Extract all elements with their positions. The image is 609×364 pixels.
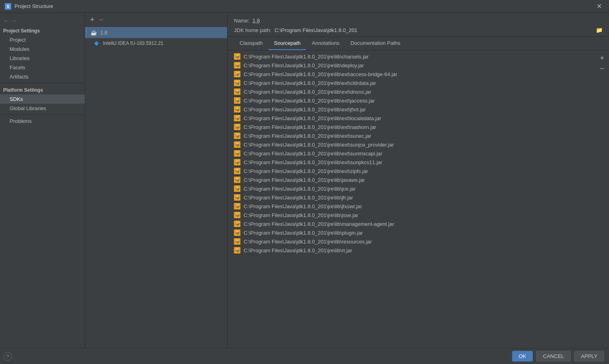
tabs-row: Classpath Sourcepath Annotations Documen…: [228, 37, 609, 50]
sidebar: ← → Project Settings Project Modules Lib…: [0, 13, 85, 348]
forward-arrow[interactable]: →: [11, 18, 17, 24]
file-path: C:\Program Files\Java\jdk1.8.0_201\jre\l…: [244, 159, 382, 165]
file-path: C:\Program Files\Java\jdk1.8.0_201\jre\l…: [244, 230, 363, 236]
sidebar-item-libraries[interactable]: Libraries: [0, 54, 85, 63]
browse-folder-button[interactable]: 📁: [596, 27, 603, 33]
close-button[interactable]: ✕: [594, 2, 604, 11]
sidebar-item-sdks[interactable]: SDKs: [0, 95, 85, 104]
name-value: 1.8: [252, 18, 260, 24]
file-item[interactable]: 📦C:\Program Files\Java\jdk1.8.0_201\jre\…: [228, 131, 609, 140]
app-icon: S: [5, 3, 11, 10]
sidebar-item-global-libraries[interactable]: Global Libraries: [0, 104, 85, 113]
file-path: C:\Program Files\Java\jdk1.8.0_201\jre\l…: [244, 177, 365, 183]
file-path: C:\Program Files\Java\jdk1.8.0_201\jre\l…: [244, 195, 353, 201]
file-item[interactable]: 📦C:\Program Files\Java\jdk1.8.0_201\jre\…: [228, 87, 609, 96]
file-item[interactable]: 📦C:\Program Files\Java\jdk1.8.0_201\jre\…: [228, 158, 609, 167]
file-item[interactable]: 📦C:\Program Files\Java\jdk1.8.0_201\jre\…: [228, 175, 609, 184]
java-icon: ☕: [91, 29, 97, 36]
tab-documentation[interactable]: Documentation Paths: [345, 37, 406, 50]
jar-icon: 📦: [234, 159, 240, 165]
file-item[interactable]: 📦C:\Program Files\Java\jdk1.8.0_201\jre\…: [228, 61, 609, 70]
add-sdk-button[interactable]: +: [89, 15, 96, 24]
title-bar-left: S Project Structure: [5, 3, 53, 10]
ok-button[interactable]: OK: [512, 351, 533, 362]
sdk-version-label: 1.8: [100, 30, 107, 36]
jar-icon: 📦: [234, 71, 240, 77]
file-path: C:\Program Files\Java\jdk1.8.0_201\jre\l…: [244, 133, 371, 139]
window-title: Project Structure: [14, 3, 53, 9]
sidebar-item-problems[interactable]: Problems: [0, 117, 85, 126]
jdk-path-value: C:\Program Files\Java\jdk1.8.0_201: [274, 27, 357, 33]
jdk-path-row: JDK home path: C:\Program Files\Java\jdk…: [234, 27, 603, 33]
file-path: C:\Program Files\Java\jdk1.8.0_201\jre\l…: [244, 124, 376, 130]
help-button[interactable]: ?: [3, 352, 12, 361]
sidebar-item-artifacts[interactable]: Artifacts: [0, 72, 85, 81]
file-item[interactable]: 📦C:\Program Files\Java\jdk1.8.0_201\jre\…: [228, 219, 609, 228]
tab-classpath[interactable]: Classpath: [234, 37, 268, 50]
sdk-sub-label: IntelliJ IDEA IU-183.5912.21: [103, 40, 163, 46]
apply-button[interactable]: APPLY: [574, 351, 604, 362]
file-path: C:\Program Files\Java\jdk1.8.0_201\jre\l…: [244, 239, 372, 245]
sidebar-item-modules[interactable]: Modules: [0, 44, 85, 54]
file-path: C:\Program Files\Java\jdk1.8.0_201\jre\l…: [244, 168, 368, 174]
sdk-toolbar: + −: [85, 13, 227, 27]
jar-icon: 📦: [234, 141, 240, 148]
file-item[interactable]: 📦C:\Program Files\Java\jdk1.8.0_201\jre\…: [228, 167, 609, 175]
file-path: C:\Program Files\Java\jdk1.8.0_201\jre\l…: [244, 186, 356, 192]
file-item[interactable]: 📦C:\Program Files\Java\jdk1.8.0_201\jre\…: [228, 123, 609, 131]
main-container: ← → Project Settings Project Modules Lib…: [0, 13, 609, 348]
sdk-panel: + − ☕ 1.8 🔷 IntelliJ IDEA IU-183.5912.21: [85, 13, 228, 348]
file-path: C:\Program Files\Java\jdk1.8.0_201\jre\l…: [244, 62, 364, 68]
file-item[interactable]: 📦C:\Program Files\Java\jdk1.8.0_201\jre\…: [228, 52, 609, 61]
file-item[interactable]: 📦C:\Program Files\Java\jdk1.8.0_201\jre\…: [228, 70, 609, 78]
file-item[interactable]: 📦C:\Program Files\Java\jdk1.8.0_201\jre\…: [228, 114, 609, 123]
sidebar-divider: [0, 83, 85, 83]
sdk-sub-item-intellij[interactable]: 🔷 IntelliJ IDEA IU-183.5912.21: [85, 38, 227, 48]
file-path: C:\Program Files\Java\jdk1.8.0_201\jre\l…: [244, 142, 394, 148]
remove-sdk-button[interactable]: −: [98, 15, 105, 24]
nav-row: ← →: [0, 16, 85, 26]
file-item[interactable]: 📦C:\Program Files\Java\jdk1.8.0_201\jre\…: [228, 246, 609, 255]
file-item[interactable]: 📦C:\Program Files\Java\jdk1.8.0_201\jre\…: [228, 184, 609, 193]
file-item[interactable]: 📦C:\Program Files\Java\jdk1.8.0_201\jre\…: [228, 140, 609, 149]
title-bar: S Project Structure ✕: [0, 0, 609, 13]
sidebar-item-project[interactable]: Project: [0, 35, 85, 44]
jar-icon: 📦: [234, 133, 240, 139]
detail-header: Name: 1.8 JDK home path: C:\Program File…: [228, 13, 609, 37]
jdk-path-label: JDK home path:: [234, 27, 271, 33]
file-item[interactable]: 📦C:\Program Files\Java\jdk1.8.0_201\jre\…: [228, 193, 609, 202]
tab-sourcepath[interactable]: Sourcepath: [268, 37, 307, 50]
jar-icon: 📦: [234, 221, 240, 227]
file-item[interactable]: 📦C:\Program Files\Java\jdk1.8.0_201\jre\…: [228, 78, 609, 87]
jar-icon: 📦: [234, 80, 240, 86]
file-path: C:\Program Files\Java\jdk1.8.0_201\jre\l…: [244, 212, 358, 218]
jar-icon: 📦: [234, 150, 240, 157]
jar-icon: 📦: [234, 124, 240, 130]
file-item[interactable]: 📦C:\Program Files\Java\jdk1.8.0_201\jre\…: [228, 211, 609, 219]
file-item[interactable]: 📦C:\Program Files\Java\jdk1.8.0_201\jre\…: [228, 96, 609, 105]
jar-icon: 📦: [234, 238, 240, 245]
jar-icon: 📦: [234, 212, 240, 218]
name-label: Name:: [234, 18, 249, 24]
file-item[interactable]: 📦C:\Program Files\Java\jdk1.8.0_201\jre\…: [228, 228, 609, 237]
file-item[interactable]: 📦C:\Program Files\Java\jdk1.8.0_201\jre\…: [228, 149, 609, 158]
jar-icon: 📦: [234, 203, 240, 209]
sdk-item-18[interactable]: ☕ 1.8: [85, 27, 227, 38]
file-item[interactable]: 📦C:\Program Files\Java\jdk1.8.0_201\jre\…: [228, 237, 609, 246]
sidebar-item-facets[interactable]: Facets: [0, 63, 85, 72]
jar-icon: 📦: [234, 177, 240, 183]
file-item[interactable]: 📦C:\Program Files\Java\jdk1.8.0_201\jre\…: [228, 202, 609, 211]
file-list[interactable]: 📦C:\Program Files\Java\jdk1.8.0_201\jre\…: [228, 50, 609, 348]
jar-icon: 📦: [234, 62, 240, 68]
back-arrow[interactable]: ←: [3, 18, 9, 24]
file-path: C:\Program Files\Java\jdk1.8.0_201\jre\l…: [244, 203, 362, 209]
jar-icon: 📦: [234, 168, 240, 174]
platform-settings-header: Platform Settings: [0, 85, 85, 95]
file-item[interactable]: 📦C:\Program Files\Java\jdk1.8.0_201\jre\…: [228, 105, 609, 114]
file-path: C:\Program Files\Java\jdk1.8.0_201\jre\l…: [244, 71, 397, 77]
file-path: C:\Program Files\Java\jdk1.8.0_201\jre\l…: [244, 54, 369, 60]
cancel-button[interactable]: CANCEL: [536, 351, 571, 362]
jar-icon: 📦: [234, 229, 240, 236]
file-path: C:\Program Files\Java\jdk1.8.0_201\jre\l…: [244, 247, 352, 253]
tab-annotations[interactable]: Annotations: [306, 37, 345, 50]
